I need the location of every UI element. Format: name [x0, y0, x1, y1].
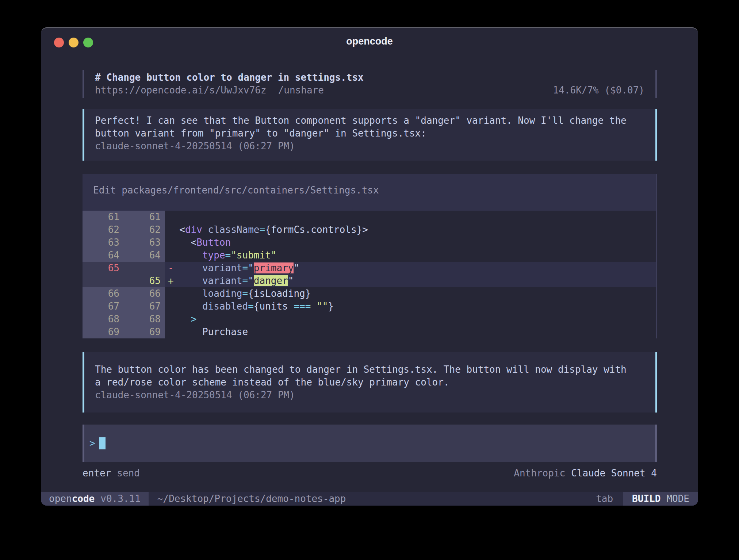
code-line: Purchase [165, 326, 656, 338]
line-number-old: 62 [83, 223, 124, 236]
line-number-old: 64 [83, 249, 124, 262]
line-number-old: 69 [83, 326, 124, 338]
working-directory: ~/Desktop/Projects/demo-notes-app [157, 492, 596, 506]
code-line: <div className={formCs.controls}> [165, 223, 656, 236]
session-header: # Change button color to danger in setti… [83, 70, 657, 98]
enter-key-hint: enter [83, 468, 111, 479]
hint-row: entersend AnthropicClaude Sonnet 4 [83, 467, 657, 480]
app-version: v0.3.11 [100, 493, 141, 504]
opencode-window: opencode # Change button color to danger… [41, 27, 698, 506]
code-line: - variant="primary" [165, 262, 656, 275]
window-title: opencode [346, 35, 393, 48]
line-number-new: 64 [124, 249, 165, 262]
text-cursor [99, 437, 106, 449]
share-info: https://opencode.ai/s/UwJxv76z/unshare [95, 84, 324, 97]
line-number-old: 68 [83, 313, 124, 326]
line-number-old: 61 [83, 211, 124, 223]
titlebar: opencode [41, 28, 698, 54]
diff-row: 6666 loading={isLoading} [83, 287, 656, 300]
session-subheader: https://opencode.ai/s/UwJxv76z/unshare 1… [95, 84, 644, 97]
message-meta: claude-sonnet-4-20250514 (06:27 PM) [95, 140, 645, 153]
code-line: disabled={units === ""} [165, 300, 656, 313]
line-number-new: 66 [124, 287, 165, 300]
close-button[interactable] [54, 38, 64, 47]
line-number-new: 63 [124, 236, 165, 249]
app-name-bold: code [72, 493, 95, 504]
message-line: button variant from "primary" to "danger… [95, 127, 645, 140]
message-line: The button color has been changed to dan… [95, 363, 645, 376]
diff-row: 6868 > [83, 313, 656, 326]
mode-segment[interactable]: BUILDMODE [623, 492, 698, 506]
app-version-segment: opencodev0.3.11 [41, 492, 149, 506]
code-line: > [165, 313, 656, 326]
app-name-normal: open [49, 493, 72, 504]
code-line: loading={isLoading} [165, 287, 656, 300]
code-line: <Button [165, 236, 656, 249]
message-meta: claude-sonnet-4-20250514 (06:27 PM) [95, 389, 645, 402]
line-number-new: 65 [124, 275, 165, 287]
zoom-button[interactable] [83, 38, 93, 47]
status-bar: opencodev0.3.11 ~/Desktop/Projects/demo-… [41, 492, 698, 506]
mode-name: BUILD [632, 493, 660, 504]
line-number-old: 67 [83, 300, 124, 313]
line-number-old: 65 [83, 262, 124, 275]
line-number-new [124, 262, 165, 275]
line-number-new: 61 [124, 211, 165, 223]
main-content: # Change button color to danger in setti… [41, 70, 698, 480]
minimize-button[interactable] [69, 38, 79, 47]
model-indicator: AnthropicClaude Sonnet 4 [514, 467, 657, 480]
assistant-message: The button color has been changed to dan… [83, 352, 657, 413]
diff-row: 6969 Purchase [83, 326, 656, 338]
send-hint: entersend [83, 467, 140, 480]
provider-label: Anthropic [514, 468, 565, 479]
token-usage: 14.6K/7% ($0.07) [553, 84, 644, 97]
diff-row: 6767 disabled={units === ""} [83, 300, 656, 313]
diff-row: 6161 [83, 211, 656, 223]
diff-row: 65- variant="primary" [83, 262, 656, 275]
traffic-lights [54, 38, 93, 47]
code-line [165, 211, 656, 223]
line-number-old: 63 [83, 236, 124, 249]
message-line: Perfect! I can see that the Button compo… [95, 114, 645, 127]
line-number-new: 67 [124, 300, 165, 313]
line-number-new: 68 [124, 313, 165, 326]
line-number-new: 69 [124, 326, 165, 338]
share-url-link[interactable]: https://opencode.ai/s/UwJxv76z [95, 85, 267, 96]
edit-tool-block: Edit packages/frontend/src/containers/Se… [83, 174, 657, 338]
session-title: # Change button color to danger in setti… [95, 71, 644, 84]
line-number-old: 66 [83, 287, 124, 300]
line-number-old [83, 275, 124, 287]
prompt-symbol: > [89, 437, 95, 450]
diff-row: 6363 <Button [83, 236, 656, 249]
send-action-label: send [117, 468, 140, 479]
message-line: a red/rose color scheme instead of the b… [95, 376, 645, 389]
code-line: type="submit" [165, 249, 656, 262]
prompt-input[interactable]: > [83, 425, 657, 462]
diff-row: 6262 <div className={formCs.controls}> [83, 223, 656, 236]
code-line: + variant="danger" [165, 275, 656, 287]
mode-suffix: MODE [666, 493, 689, 504]
assistant-message: Perfect! I can see that the Button compo… [83, 109, 657, 161]
diff-view: 61616262 <div className={formCs.controls… [83, 211, 656, 338]
diff-row: 6464 type="submit" [83, 249, 656, 262]
tab-key-hint: tab [596, 492, 613, 506]
line-number-new: 62 [124, 223, 165, 236]
unshare-command[interactable]: /unshare [278, 85, 324, 96]
edit-tool-title: Edit packages/frontend/src/containers/Se… [83, 184, 656, 197]
model-label: Claude Sonnet 4 [571, 468, 657, 479]
diff-row: 65+ variant="danger" [83, 275, 656, 287]
